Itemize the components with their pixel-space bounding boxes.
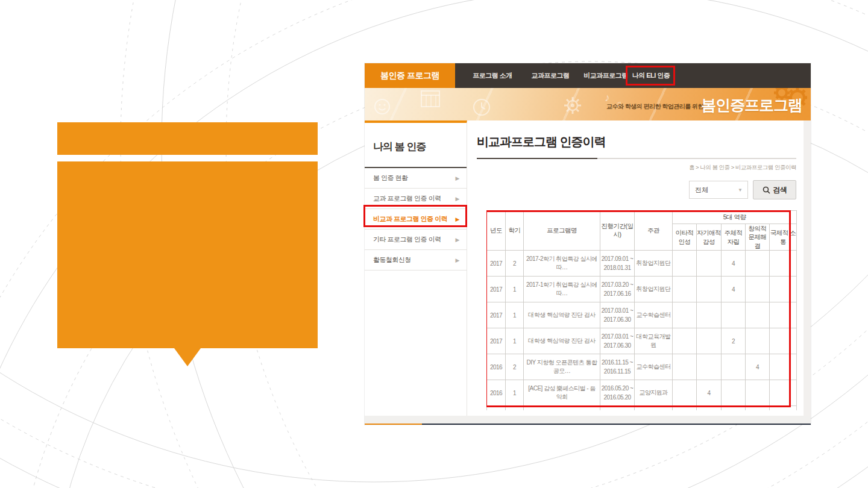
filter-selected-value: 전체 bbox=[695, 186, 708, 195]
cell-program-name: 대학생 핵심역량 진단 검사 bbox=[524, 328, 600, 354]
sidebar-title: 나의 봄 인증 bbox=[365, 123, 467, 167]
callout-title-bar bbox=[57, 122, 318, 155]
filter-controls: 전체 ▼ 검색 bbox=[477, 180, 796, 199]
breadcrumb: 홈 > 나의 봄 인증 > 비교과프로그램 인증이력 bbox=[477, 164, 796, 172]
chevron-right-icon: ▶ bbox=[456, 196, 459, 202]
cell-program-name: DIY 지향형 오픈콘텐츠 통합공모… bbox=[524, 354, 600, 380]
cell-score-creative bbox=[746, 328, 770, 354]
search-icon bbox=[763, 186, 770, 194]
col-header-competency-2: 자기애적 감성 bbox=[697, 224, 722, 251]
cell-year: 2017 bbox=[487, 302, 506, 328]
cell-year: 2017 bbox=[487, 328, 506, 354]
banner-tagline: 교수와 학생의 편리한 학업관리를 위한 bbox=[606, 102, 703, 111]
period-end: 2017.06.30 bbox=[600, 315, 634, 324]
cell-host: 교수학습센터 bbox=[635, 354, 673, 380]
sidebar-item-bom-status[interactable]: 봄 인증 현황 ▶ bbox=[365, 168, 467, 189]
cell-score-creative bbox=[746, 277, 770, 302]
nav-item-my-eli[interactable]: 나의 ELI 인증 bbox=[630, 63, 672, 88]
cell-score-self-emotion: 4 bbox=[697, 380, 722, 406]
cell-program-name: 2017-1학기 취업특강 실시에 따… bbox=[524, 277, 600, 302]
sidebar: 나의 봄 인증 봄 인증 현황 ▶ 교과 프로그램 인증 이력 ▶ 비교과 프로… bbox=[365, 120, 467, 416]
period-start: 2016.05.20 ~ bbox=[600, 384, 634, 393]
site-logo[interactable]: 봄인증 프로그램 bbox=[365, 63, 455, 88]
cell-host: 교수학습센터 bbox=[635, 302, 673, 328]
chevron-right-icon: ▶ bbox=[456, 216, 459, 222]
table-row: 2017 1 대학생 핵심역량 진단 검사 2017.03.01 ~ 2017.… bbox=[487, 302, 797, 328]
main-panel: 비교과프로그램 인증이력 홈 > 나의 봄 인증 > 비교과프로그램 인증이력 … bbox=[467, 120, 804, 416]
cell-period: 2016.05.20 ~ 2016.05.20 bbox=[600, 380, 635, 406]
chevron-right-icon: ▶ bbox=[456, 175, 459, 181]
cell-score-creative bbox=[746, 302, 770, 328]
period-end: 2017.06.16 bbox=[600, 289, 634, 298]
cell-score-independence bbox=[722, 354, 746, 380]
cell-score-altruistic bbox=[673, 354, 697, 380]
cell-empty bbox=[600, 406, 635, 411]
cell-score-independence: 4 bbox=[722, 277, 746, 302]
cell-program-name: 대학생 핵심역량 진단 검사 bbox=[524, 302, 600, 328]
cell-score-global bbox=[770, 354, 797, 380]
col-header-competency-group: 5대 역량 bbox=[673, 211, 797, 224]
sidebar-item-other-history[interactable]: 기타 프로그램 인증 이력 ▶ bbox=[365, 230, 467, 250]
period-start: 2017.09.01 ~ bbox=[600, 254, 634, 263]
sidebar-item-activity-withdrawal[interactable]: 활동철회신청 ▶ bbox=[365, 250, 467, 271]
sidebar-item-extracurricular-history[interactable]: 비교과 프로그램 인증 이력 ▶ bbox=[365, 209, 467, 230]
cell-empty bbox=[506, 406, 524, 411]
period-start: 2017.03.01 ~ bbox=[600, 332, 634, 341]
sidebar-item-label: 기타 프로그램 인증 이력 bbox=[373, 235, 441, 244]
smiley-icon bbox=[373, 98, 391, 116]
sidebar-item-curricular-history[interactable]: 교과 프로그램 인증 이력 ▶ bbox=[365, 189, 467, 209]
cell-score-creative bbox=[746, 380, 770, 406]
cell-score-self-emotion bbox=[697, 328, 722, 354]
cell-host: 취창업지원단 bbox=[635, 277, 673, 302]
period-end: 2018.01.31 bbox=[600, 263, 634, 272]
cell-score-altruistic bbox=[673, 380, 697, 406]
col-header-host: 주관 bbox=[635, 211, 673, 251]
cell-score-independence bbox=[722, 380, 746, 406]
cell-year: 2017 bbox=[487, 277, 506, 302]
nav-item-program-intro[interactable]: 프로그램 소개 bbox=[464, 63, 521, 88]
content-area: 나의 봄 인증 봄 인증 현황 ▶ 교과 프로그램 인증 이력 ▶ 비교과 프로… bbox=[365, 120, 811, 416]
search-button[interactable]: 검색 bbox=[753, 180, 796, 199]
sidebar-item-label: 봄 인증 현황 bbox=[373, 174, 408, 183]
cell-score-creative bbox=[746, 251, 770, 277]
cell-semester: 1 bbox=[506, 380, 524, 406]
cell-program-name: 2017-2학기 취업특강 실시에 따… bbox=[524, 251, 600, 277]
cell-empty bbox=[770, 406, 797, 411]
callout-body bbox=[57, 161, 318, 348]
table-row: 2016 1 [ACE] 감성 樂페스티벌 - 음악회 2016.05.20 ~… bbox=[487, 380, 797, 406]
cell-empty bbox=[487, 406, 506, 411]
search-button-label: 검색 bbox=[773, 185, 787, 195]
table-row: 2016 2 DIY 지향형 오픈콘텐츠 통합공모… 2016.11.15 ~ … bbox=[487, 354, 797, 380]
history-table-wrap: 년도 학기 프로그램명 진행기간(일시) 주관 5대 역량 이타적 인성 자기애… bbox=[486, 210, 797, 410]
nav-item-extracurricular[interactable]: 비교과프로그램 bbox=[577, 63, 635, 88]
page-footer-edge bbox=[365, 416, 811, 425]
cell-score-altruistic bbox=[673, 302, 697, 328]
cell-period: 2017.03.01 ~ 2017.06.30 bbox=[600, 302, 635, 328]
col-header-year: 년도 bbox=[487, 211, 506, 251]
cell-host: 취창업지원단 bbox=[635, 251, 673, 277]
cell-period: 2017.09.01 ~ 2018.01.31 bbox=[600, 251, 635, 277]
sidebar-item-label: 교과 프로그램 인증 이력 bbox=[373, 194, 441, 203]
cell-empty bbox=[524, 406, 600, 411]
cell-host: 교양지원과 bbox=[635, 380, 673, 406]
chevron-down-icon: ▼ bbox=[738, 187, 743, 193]
period-end: 2016.11.15 bbox=[600, 367, 634, 376]
cell-score-self-emotion bbox=[697, 277, 722, 302]
table-row-partial bbox=[487, 406, 797, 411]
cell-score-altruistic bbox=[673, 328, 697, 354]
filter-select[interactable]: 전체 ▼ bbox=[689, 181, 748, 199]
cell-score-independence: 2 bbox=[722, 328, 746, 354]
col-header-competency-4: 창의적 문제해결 bbox=[746, 224, 770, 251]
cell-period: 2016.11.15 ~ 2016.11.15 bbox=[600, 354, 635, 380]
browser-capture: 봄인증 프로그램 프로그램 소개 교과프로그램 비교과프로그램 나의 ELI 인… bbox=[365, 63, 811, 425]
cell-score-self-emotion bbox=[697, 354, 722, 380]
history-table-body: 2017 2 2017-2학기 취업특강 실시에 따… 2017.09.01 ~… bbox=[487, 251, 797, 411]
cell-score-global bbox=[770, 277, 797, 302]
col-header-period: 진행기간(일시) bbox=[600, 211, 635, 251]
cell-score-global bbox=[770, 251, 797, 277]
cell-year: 2016 bbox=[487, 354, 506, 380]
cell-score-altruistic bbox=[673, 277, 697, 302]
col-header-competency-1: 이타적 인성 bbox=[673, 224, 697, 251]
nav-item-curricular[interactable]: 교과프로그램 bbox=[521, 63, 579, 88]
table-row: 2017 2 2017-2학기 취업특강 실시에 따… 2017.09.01 ~… bbox=[487, 251, 797, 277]
